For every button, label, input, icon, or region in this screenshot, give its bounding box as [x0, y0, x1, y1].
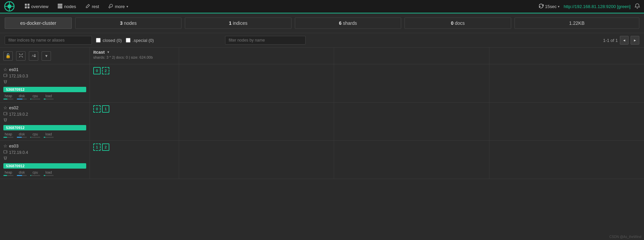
- stat-nodes: 3 nodes: [75, 17, 181, 29]
- shard-cell-es01-empty-2: [334, 64, 489, 102]
- stats-row: es-docker-cluster 3 nodes 1 indices 6 sh…: [0, 13, 644, 33]
- chevron-left-icon: ◂: [623, 38, 625, 43]
- special-checkbox-label[interactable]: .special (0): [126, 38, 154, 43]
- special-checkbox[interactable]: [126, 38, 130, 43]
- metric-disk-es03: disk: [17, 171, 27, 176]
- metric-disk-es02: disk: [17, 132, 27, 138]
- shard-chip-2-primary-es03[interactable]: 2: [102, 143, 109, 151]
- node-row-es03: ☆ es03 172.19.0.4 536870: [0, 141, 644, 179]
- node-shard-icon-es03: [3, 156, 7, 161]
- cluster-url[interactable]: http://192.168.81.128:9200 [green]: [564, 4, 631, 9]
- nav-nodes[interactable]: nodes: [53, 0, 80, 13]
- index-header-empty-3: [489, 48, 644, 64]
- index-meta-itcast: shards: 3 * 2| docs: 0 | size: 624.00b: [93, 55, 175, 59]
- node-shard-icon-es02: [3, 118, 7, 123]
- chevron-right-icon: ▸: [634, 38, 636, 43]
- logo[interactable]: [4, 1, 15, 12]
- star-icon-es02[interactable]: ☆: [3, 105, 7, 110]
- metric-load-es01: load: [44, 94, 54, 100]
- expand-icon: [19, 53, 23, 59]
- filter-nodes-input[interactable]: [225, 36, 306, 45]
- shard-cell-es02-itcast: 0 1: [90, 103, 179, 140]
- filter-indices-input[interactable]: [5, 36, 92, 45]
- stat-indices: 1 indices: [185, 17, 291, 29]
- node-info-es02: ☆ es02 172.19.0.2 536870: [0, 103, 90, 140]
- shard-cell-es02-empty-1: [179, 103, 334, 140]
- node-row-es01: ☆ es01 172.19.0.3 536870: [0, 64, 644, 103]
- stat-shards: 6 shards: [295, 17, 401, 29]
- shard-cell-es01-empty-3: [489, 64, 644, 102]
- star-icon-es01[interactable]: ☆: [3, 67, 7, 72]
- index-header-empty-1: [179, 48, 334, 64]
- index-header-itcast: itcast ▾ shards: 3 * 2| docs: 0 | size: …: [90, 48, 179, 64]
- lock-icon: 🔓: [5, 53, 11, 58]
- table-header-row: 🔓 AZ ▾: [0, 48, 644, 64]
- shard-chip-1-primary-es02[interactable]: 1: [102, 105, 109, 113]
- node-badge-es02: 536870912: [3, 125, 86, 130]
- nav-rest[interactable]: rest: [81, 0, 104, 13]
- shard-cell-es03-empty-3: [489, 141, 644, 179]
- shard-cell-es03-empty-1: [179, 141, 334, 179]
- pagination: 1-1 of 1 ◂ ▸: [603, 36, 639, 45]
- svg-point-19: [6, 152, 7, 152]
- tool-icon: [108, 4, 113, 9]
- node-info-es01: ☆ es01 172.19.0.3 536870: [0, 64, 90, 102]
- closed-checkbox[interactable]: [96, 38, 101, 43]
- prev-page-button[interactable]: ◂: [620, 36, 629, 45]
- node-ip-es03: 172.19.0.4: [9, 150, 28, 155]
- svg-rect-7: [28, 4, 30, 6]
- shard-chip-0-replica-es02[interactable]: 0: [93, 105, 101, 113]
- refresh-icon: [539, 4, 544, 9]
- refresh-dropdown-icon: ▾: [558, 5, 559, 8]
- node-metrics-es02: heap disk cpu load: [3, 132, 86, 138]
- nav-overview[interactable]: overview: [20, 0, 53, 13]
- table-index-controls: 🔓 AZ ▾: [0, 48, 90, 64]
- node-metrics-es01: heap disk cpu load: [3, 94, 86, 100]
- sort-az-button[interactable]: AZ: [29, 51, 38, 61]
- cluster-name: es-docker-cluster: [5, 17, 72, 29]
- shard-cell-es02-empty-3: [489, 103, 644, 140]
- closed-checkbox-label[interactable]: closed (0): [96, 38, 122, 43]
- next-page-button[interactable]: ▸: [631, 36, 639, 45]
- stat-size: 1.22KB: [515, 17, 639, 29]
- svg-rect-11: [58, 5, 62, 7]
- index-header-empty-2: [334, 48, 489, 64]
- refresh-control[interactable]: 15sec ▾: [539, 4, 560, 9]
- index-dropdown-button[interactable]: ▾: [107, 50, 110, 54]
- lock-button[interactable]: 🔓: [3, 51, 13, 61]
- shard-chip-0-primary[interactable]: 0: [93, 67, 101, 74]
- filter-dropdown-icon: ▾: [45, 53, 48, 58]
- metric-cpu-es02: cpu: [30, 132, 40, 138]
- svg-rect-12: [58, 7, 62, 8]
- node-name-es02: es02: [9, 105, 18, 110]
- stat-docs: 0 docs: [405, 17, 511, 29]
- shard-chip-1-replica-es03[interactable]: 1: [93, 143, 101, 151]
- expand-button[interactable]: [16, 51, 25, 61]
- hdd-icon-es03: [3, 150, 7, 155]
- metric-heap-es03: heap: [3, 171, 13, 176]
- svg-rect-6: [25, 4, 27, 6]
- metric-cpu-es01: cpu: [30, 94, 40, 100]
- nav-more[interactable]: more ▾: [104, 0, 133, 13]
- bell-icon[interactable]: [635, 3, 640, 10]
- topnav-right: 15sec ▾ http://192.168.81.128:9200 [gree…: [539, 3, 640, 10]
- shard-cell-es01-itcast: 0 2: [90, 64, 179, 102]
- grid-icon: [25, 4, 30, 9]
- metric-heap-es01: heap: [3, 94, 13, 100]
- metric-heap-es02: heap: [3, 132, 13, 138]
- shard-chip-2-replica[interactable]: 2: [102, 67, 109, 74]
- svg-rect-9: [28, 6, 30, 8]
- metric-load-es03: load: [44, 171, 54, 176]
- node-row-es02: ☆ es02 172.19.0.2 536870: [0, 103, 644, 141]
- metric-disk-es01: disk: [17, 94, 27, 100]
- hdd-icon-es01: [3, 73, 7, 78]
- shard-cell-es01-empty-1: [179, 64, 334, 102]
- svg-rect-10: [58, 4, 62, 5]
- node-ip-es01: 172.19.0.3: [9, 74, 28, 78]
- main-table: 🔓 AZ ▾: [0, 48, 644, 179]
- metric-load-es02: load: [44, 132, 54, 138]
- filter-dropdown-button[interactable]: ▾: [42, 51, 51, 61]
- node-info-es03: ☆ es03 172.19.0.4 536870: [0, 141, 90, 179]
- svg-point-15: [6, 75, 7, 76]
- star-icon-es03[interactable]: ☆: [3, 143, 7, 148]
